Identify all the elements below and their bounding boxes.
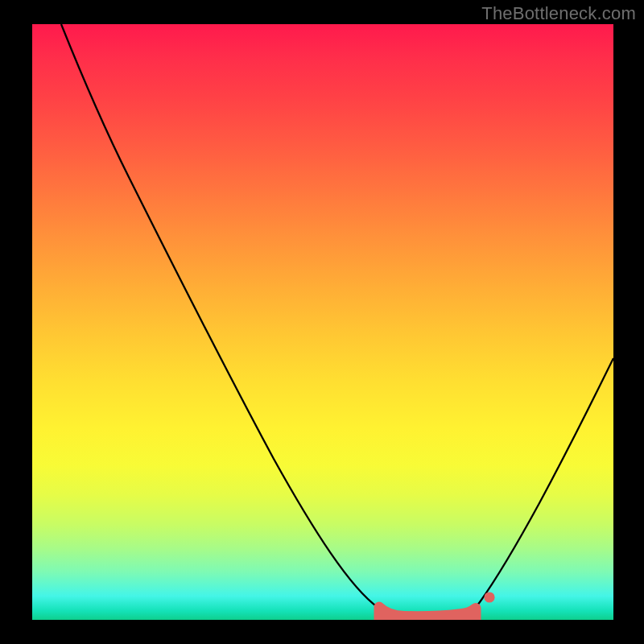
plot-area	[32, 24, 613, 620]
bottleneck-curve	[61, 24, 613, 617]
highlight-dot	[484, 592, 494, 602]
highlight-band	[379, 607, 476, 620]
watermark-text: TheBottleneck.com	[481, 3, 636, 24]
chart-frame: TheBottleneck.com	[0, 0, 644, 644]
chart-svg	[32, 24, 613, 620]
